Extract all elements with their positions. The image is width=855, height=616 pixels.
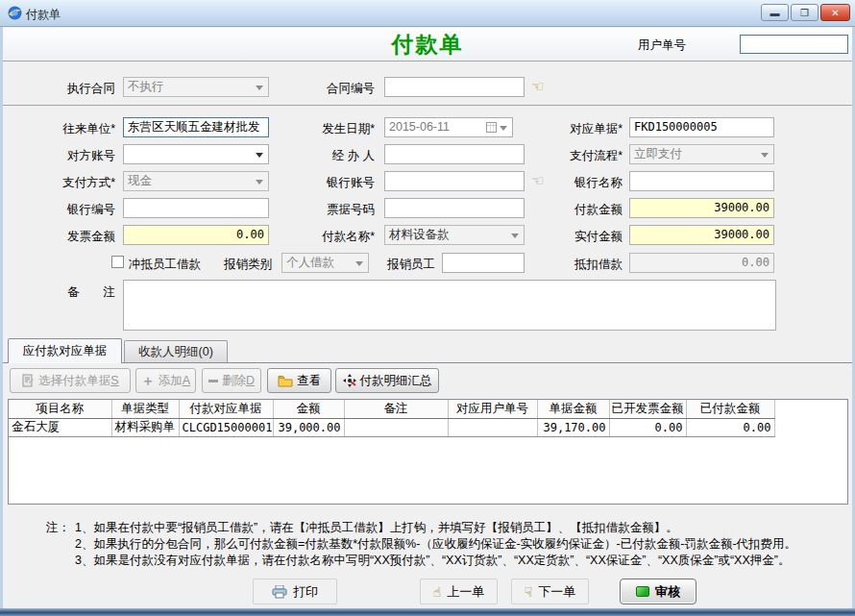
column-header[interactable]: 已付款金额 [686,400,774,418]
date-value: 2015-06-11 [389,120,450,134]
pay-name-value: 材料设备款 [389,228,450,241]
cell[interactable]: 金石大厦 [9,418,111,436]
date-label: 发生日期* [288,121,375,137]
print-button[interactable]: 打印 [253,579,337,604]
mnemonic: D [246,374,255,387]
account-combo[interactable] [123,144,269,164]
detail-table-container: 项目名称单据类型付款对应单据金额备注对应用户单号单据金额已开发票金额已付款金额 … [8,399,848,505]
bill-no-input[interactable] [384,198,525,218]
bank-name-input[interactable] [629,171,774,191]
column-header[interactable]: 对应用户单号 [448,400,537,418]
button-label: 删除 [222,374,246,387]
tab-payee-detail[interactable]: 收款人明细(0) [124,340,228,363]
contract-no-label: 合同编号 [288,81,375,97]
add-button[interactable]: ＋ 添加A [135,368,196,393]
claim-type-select[interactable]: 个人借款 [281,253,369,273]
actual-amount-field[interactable]: 39000.00 [629,225,774,245]
remark-label: 备 注 [29,284,115,301]
cell[interactable]: CLCGD150000017 [179,418,273,436]
window-title: 付款单 [26,7,61,23]
method-select[interactable]: 现金 [123,171,269,191]
pay-name-label: 付款名称* [288,229,375,245]
doc-input[interactable]: FKD150000005 [629,117,774,137]
audit-green-icon [636,586,649,597]
tab-payable-docs[interactable]: 应付款对应单据 [8,338,122,363]
deduct-field: 0.00 [629,253,774,273]
chevron-down-icon [256,86,263,90]
button-label: 查看 [297,373,321,389]
next-order-button[interactable]: ☟ 下一单 [511,579,589,604]
column-header[interactable]: 备注 [344,400,448,418]
column-header[interactable]: 项目名称 [9,400,111,418]
mnemonic: A [183,374,190,387]
chevron-down-icon [256,153,263,158]
deduct-label: 抵扣借款 [536,257,623,273]
bank-no-input[interactable] [123,198,269,218]
invoice-amount-field[interactable]: 0.00 [123,225,269,245]
folder-icon [278,375,293,387]
button-label: 付款明细汇总 [360,373,432,389]
column-header[interactable]: 金额 [273,400,344,418]
minimize-button[interactable]: ▬ [761,4,789,21]
claim-type-label: 报销类别 [187,257,272,273]
audit-button[interactable]: 审核 [620,579,696,604]
chevron-down-icon [256,180,263,185]
mnemonic: S [110,374,118,387]
titlebar[interactable]: 付款单 ▬ ❐ ✕ [0,0,855,27]
button-label: 添加 [159,374,183,387]
cell[interactable]: 39,170.00 [537,418,609,436]
document-icon [21,374,35,387]
offset-loan-checkbox[interactable] [111,256,124,268]
exec-contract-select[interactable]: 不执行 [123,77,269,97]
note-line-3: 3、如果是付款没有对应付款单据，请在付款名称中写明“XX预付款”、“XX订货款”… [75,553,790,569]
close-button[interactable]: ✕ [820,4,850,21]
chevron-down-icon [511,234,519,238]
divider [3,105,852,106]
previous-order-button[interactable]: ☝ 上一单 [420,579,498,604]
unit-input[interactable]: 东营区天顺五金建材批发部 [123,117,269,137]
payment-summary-button[interactable]: 付款明细汇总 [335,368,439,393]
pay-name-select[interactable]: 材料设备款 [384,225,525,245]
column-header[interactable]: 单据金额 [537,400,609,418]
minus-icon [208,380,218,382]
button-label: 审核 [655,583,680,601]
button-label: 上一单 [447,583,484,601]
select-payment-doc-button[interactable]: 选择付款单据S [10,368,131,393]
pay-amount-label: 付款金额 [536,202,623,218]
user-no-input[interactable] [740,35,848,54]
table-row[interactable]: 金石大厦材料采购单CLCGD15000001739,000.0039,170.0… [9,418,774,436]
account-label: 对方账号 [29,148,115,164]
view-button[interactable]: 查看 [267,368,331,393]
notes-prefix: 注： [46,520,70,536]
bank-name-label: 银行名称 [536,175,623,191]
column-header[interactable]: 已开发票金额 [609,400,686,418]
bill-no-label: 票据号码 [288,202,375,218]
claim-emp-input[interactable] [442,253,525,273]
button-label: 打印 [293,583,318,601]
remark-textarea[interactable] [123,280,776,331]
pay-amount-field[interactable]: 39000.00 [629,198,774,218]
hand-down-icon: ☟ [525,585,533,599]
detail-table: 项目名称单据类型付款对应单据金额备注对应用户单号单据金额已开发票金额已付款金额 … [9,400,775,437]
date-picker[interactable]: 2015-06-11 [384,117,513,137]
bank-account-input[interactable] [384,171,525,191]
pick-contract-icon[interactable]: ☜ [531,79,544,93]
chevron-down-icon [761,153,769,158]
cell[interactable]: 39,000.00 [273,418,344,436]
column-header[interactable]: 付款对应单据 [179,400,273,418]
flow-label: 支付流程* [536,148,623,164]
delete-button[interactable]: 删除D [202,368,261,393]
cell[interactable] [344,418,448,436]
cell[interactable] [448,418,537,436]
handler-input[interactable] [384,144,525,164]
flow-select[interactable]: 立即支付 [629,144,774,164]
app-icon [7,5,23,21]
contract-no-input[interactable] [384,77,525,97]
cell[interactable]: 0.00 [609,418,686,436]
window-border-bottom [0,608,855,616]
cell[interactable]: 0.00 [686,418,774,436]
maximize-button[interactable]: ❐ [791,4,818,21]
cell[interactable]: 材料采购单 [111,418,179,436]
unit-label: 往来单位* [29,121,115,137]
column-header[interactable]: 单据类型 [111,400,179,418]
